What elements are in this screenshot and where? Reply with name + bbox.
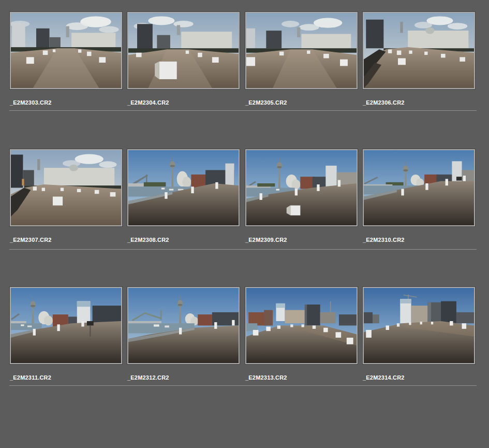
thumbnail-image[interactable] bbox=[127, 149, 240, 226]
filename-label[interactable]: _E2M2305.CR2 bbox=[245, 99, 287, 106]
filename-label[interactable]: _E2M2303.CR2 bbox=[10, 99, 52, 106]
file-thumbnail[interactable]: _E2M2305.CR2 bbox=[245, 12, 358, 89]
thumbnail-image[interactable] bbox=[245, 287, 358, 364]
thumbnail-image[interactable] bbox=[363, 149, 475, 226]
row-separator bbox=[9, 385, 477, 386]
file-thumbnail[interactable]: _E2M2306.CR2 bbox=[363, 12, 475, 89]
thumbnail-image[interactable] bbox=[10, 149, 122, 226]
row-separator bbox=[9, 249, 477, 250]
thumbnail-image[interactable] bbox=[363, 287, 475, 364]
thumbnail-image[interactable] bbox=[363, 12, 475, 89]
row-separator bbox=[9, 110, 477, 111]
filename-label[interactable]: _E2M2310.CR2 bbox=[363, 237, 405, 243]
file-thumbnail[interactable]: _E2M2312.CR2 bbox=[127, 287, 240, 364]
thumbnail-row: _E2M2311.CR2 _E2M2312.CR2 _E2M2313.CR2 _… bbox=[0, 287, 489, 391]
file-thumbnail[interactable]: _E2M2314.CR2 bbox=[363, 287, 475, 364]
filename-label[interactable]: _E2M2309.CR2 bbox=[245, 237, 287, 243]
thumbnail-image[interactable] bbox=[10, 12, 122, 89]
thumbnail-image[interactable] bbox=[245, 12, 358, 89]
content-panel: _E2M2303.CR2 _E2M2304.CR2 _E2M2305.CR2 _… bbox=[0, 0, 489, 448]
file-thumbnail[interactable]: _E2M2310.CR2 bbox=[363, 149, 475, 226]
file-thumbnail[interactable]: _E2M2311.CR2 bbox=[10, 287, 122, 364]
filename-label[interactable]: _E2M2308.CR2 bbox=[127, 237, 169, 243]
thumbnail-image[interactable] bbox=[245, 149, 358, 226]
filename-label[interactable]: _E2M2314.CR2 bbox=[363, 374, 405, 381]
thumbnail-row: _E2M2303.CR2 _E2M2304.CR2 _E2M2305.CR2 _… bbox=[0, 12, 489, 115]
filename-label[interactable]: _E2M2306.CR2 bbox=[363, 99, 405, 106]
filename-label[interactable]: _E2M2313.CR2 bbox=[245, 374, 287, 381]
thumbnail-image[interactable] bbox=[127, 12, 240, 89]
thumbnail-image[interactable] bbox=[10, 287, 122, 364]
file-thumbnail[interactable]: _E2M2313.CR2 bbox=[245, 287, 358, 364]
filename-label[interactable]: _E2M2304.CR2 bbox=[127, 99, 169, 106]
thumbnail-row: _E2M2307.CR2 _E2M2308.CR2 _E2M2309.CR2 _… bbox=[0, 149, 489, 253]
thumbnail-image[interactable] bbox=[127, 287, 240, 364]
file-thumbnail[interactable]: _E2M2309.CR2 bbox=[245, 149, 358, 226]
filename-label[interactable]: _E2M2312.CR2 bbox=[127, 374, 169, 381]
file-thumbnail[interactable]: _E2M2307.CR2 bbox=[10, 149, 122, 226]
file-thumbnail[interactable]: _E2M2308.CR2 bbox=[127, 149, 240, 226]
filename-label[interactable]: _E2M2311.CR2 bbox=[10, 374, 51, 381]
file-thumbnail[interactable]: _E2M2303.CR2 bbox=[10, 12, 122, 89]
file-thumbnail[interactable]: _E2M2304.CR2 bbox=[127, 12, 240, 89]
filename-label[interactable]: _E2M2307.CR2 bbox=[10, 237, 52, 243]
